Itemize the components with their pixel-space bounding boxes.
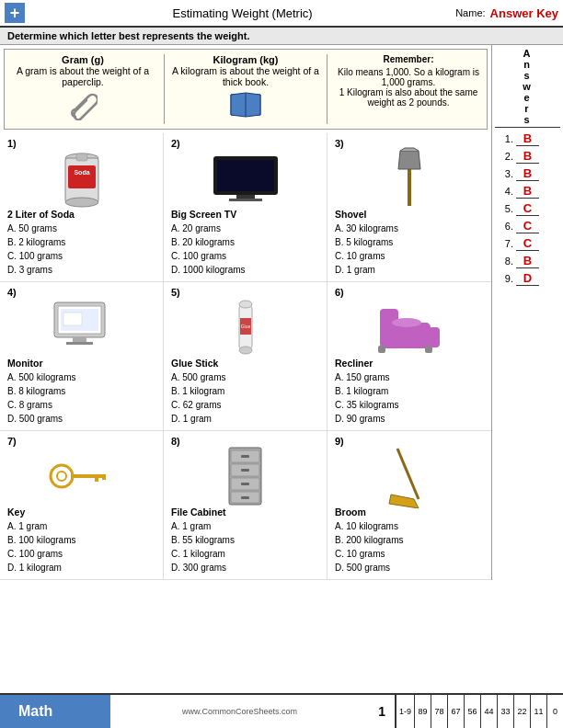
question-5: 5) Glue Glue Stick A. 500 gramsB. 1 kilo… (164, 282, 327, 431)
q8-options: A. 1 gramB. 55 kilogramsC. 1 kilogramD. … (171, 519, 319, 574)
answer-num-2: 2. (495, 151, 513, 162)
answer-val-1: B (516, 131, 539, 146)
kg-desc: A kilogram is about the weight of a thic… (172, 65, 319, 87)
q5-image: Glue (171, 300, 319, 355)
remember-text: Kilo means 1,000. So a kilogram is 1,000… (335, 67, 482, 108)
answer-num-1: 1. (495, 133, 513, 144)
q3-image (335, 151, 484, 206)
svg-point-5 (65, 198, 98, 207)
answer-row-8: 8.B (495, 254, 560, 268)
answer-num-5: 5. (495, 203, 513, 214)
svg-rect-43 (241, 483, 249, 485)
answer-key-label: Answer Key (490, 6, 558, 20)
answer-row-4: 4.B (495, 184, 560, 199)
header: + Estimating Weight (Metric) Name: Answe… (0, 0, 563, 28)
answer-num-8: 8. (495, 256, 513, 267)
gram-title: Gram (g) (9, 54, 156, 65)
svg-text:Glue: Glue (240, 324, 250, 329)
q8-label: File Cabinet (171, 506, 319, 518)
score-11: 11 (530, 695, 546, 728)
directions-text: Determine which letter best represents t… (0, 28, 563, 45)
score-range: 1-9 (396, 695, 414, 728)
score-44: 44 (480, 695, 497, 728)
q4-options: A. 500 kilogramsB. 8 kilogramsC. 8 grams… (7, 370, 155, 426)
svg-rect-27 (378, 346, 385, 353)
q1-label: 2 Liter of Soda (7, 209, 155, 220)
footer: Math www.CommonCoreSheets.com 1 1-9 89 7… (0, 693, 563, 728)
question-2: 2) Big Screen TV A. 20 gramsB. 20 kilogr… (164, 133, 327, 282)
answer-row-5: 5.C (495, 201, 560, 216)
question-8: 8) File C (164, 431, 327, 580)
svg-rect-8 (76, 154, 87, 161)
svg-rect-34 (95, 474, 98, 482)
footer-math-label: Math (0, 695, 110, 728)
q6-image (335, 300, 484, 355)
score-56: 56 (464, 695, 480, 728)
q7-options: A. 1 gramB. 100 kilogramsC. 100 gramsD. … (7, 519, 155, 574)
answer-num-9: 9. (495, 273, 513, 284)
q3-options: A. 30 kilogramsB. 5 kilogramsC. 10 grams… (335, 222, 484, 277)
answer-num-4: 4. (495, 186, 513, 197)
svg-point-30 (392, 318, 421, 327)
svg-rect-17 (66, 342, 93, 345)
q2-image (171, 151, 319, 206)
q1-number: 1) (7, 138, 155, 149)
q7-image (7, 449, 155, 504)
svg-point-31 (51, 465, 73, 487)
svg-rect-42 (241, 469, 249, 472)
q4-label: Monitor (7, 358, 155, 369)
page-title: Estimating Weight (Metric) (29, 6, 455, 20)
footer-url: www.CommonCoreSheets.com (110, 695, 369, 728)
question-7: 7) Key A. 1 gramB. 100 kilogramsC. 100 g… (0, 431, 164, 580)
svg-rect-10 (217, 160, 274, 191)
answer-val-2: B (516, 149, 539, 164)
svg-point-24 (239, 347, 252, 354)
gram-desc: A gram is about the weight of a papercli… (9, 65, 156, 87)
paperclip-icon (9, 91, 156, 120)
svg-rect-16 (73, 337, 86, 342)
svg-rect-44 (241, 496, 249, 499)
score-89: 89 (414, 695, 431, 728)
remember-info: Remember: Kilo means 1,000. So a kilogra… (335, 54, 482, 124)
answer-val-5: C (516, 201, 539, 216)
answer-val-8: B (516, 254, 539, 268)
question-3: 3) Shovel A. 30 kilogramsB. 5 kilogramsC… (327, 133, 491, 282)
svg-line-45 (397, 449, 419, 499)
score-22: 22 (513, 695, 530, 728)
q2-options: A. 20 gramsB. 20 kilogramsC. 100 gramsD.… (171, 222, 319, 277)
answer-val-4: B (516, 184, 539, 199)
remember-title: Remember: (335, 54, 482, 64)
answer-row-6: 6.C (495, 219, 560, 233)
kg-info: Kilogram (kg) A kilogram is about the we… (172, 54, 319, 124)
answer-row-1: 1.B (495, 131, 560, 146)
q2-label: Big Screen TV (171, 209, 319, 220)
svg-rect-41 (241, 455, 249, 458)
svg-text:Soda: Soda (74, 169, 89, 176)
q6-options: A. 150 gramsB. 1 kilogramC. 35 kilograms… (335, 370, 484, 426)
svg-point-32 (57, 472, 66, 481)
svg-rect-12 (229, 199, 262, 201)
score-78: 78 (431, 695, 447, 728)
answer-row-3: 3.B (495, 166, 560, 181)
main-content: Gram (g) A gram is about the weight of a… (0, 45, 563, 580)
answer-num-7: 7. (495, 238, 513, 249)
answer-row-7: 7.C (495, 236, 560, 251)
answer-row-9: 9.D (495, 271, 560, 286)
answer-val-6: C (516, 219, 539, 233)
svg-rect-19 (63, 313, 82, 325)
svg-rect-35 (102, 474, 106, 480)
score-0: 0 (546, 695, 563, 728)
logo-plus: + (5, 3, 25, 23)
q7-label: Key (7, 506, 155, 518)
q9-options: A. 10 kilogramsB. 200 kilogramsC. 10 gra… (335, 519, 484, 574)
q6-label: Recliner (335, 358, 484, 369)
q2-number: 2) (171, 138, 319, 149)
footer-scores: 1-9 89 78 67 56 44 33 22 11 0 (395, 695, 563, 728)
q9-image (335, 449, 484, 504)
q7-number: 7) (7, 436, 155, 447)
svg-rect-29 (429, 327, 440, 347)
answer-row-2: 2.B (495, 149, 560, 164)
svg-rect-33 (71, 474, 106, 478)
answers-panel: Answers 1.B2.B3.B4.B5.C6.C7.C8.B9.D (492, 45, 563, 580)
answers-title: Answers (495, 48, 560, 128)
